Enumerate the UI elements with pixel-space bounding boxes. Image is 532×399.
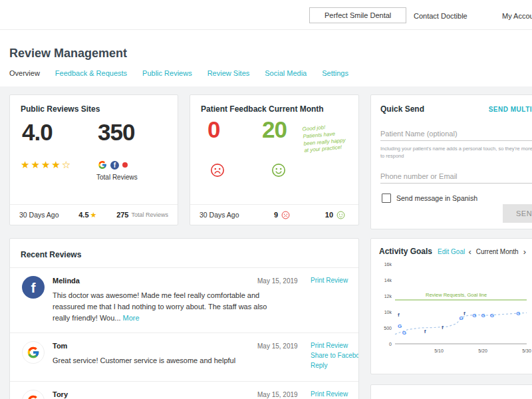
tab-bar: Overview Feedback & Requests Public Revi…: [9, 69, 348, 77]
previous-total-value: 275: [116, 211, 128, 219]
svg-text:0: 0: [389, 342, 392, 346]
tab-public-reviews[interactable]: Public Reviews: [142, 69, 192, 77]
public-reviews-footer: 30 Days Ago 4.5 ★ 275 Total Reviews: [10, 204, 178, 225]
svg-text:10k: 10k: [384, 310, 392, 315]
tab-settings[interactable]: Settings: [322, 69, 348, 77]
my-account-link[interactable]: My Account: [502, 12, 532, 20]
tab-review-sites[interactable]: Review Sites: [207, 69, 250, 77]
patient-name-helper-text: Including your patient's name adds a per…: [380, 146, 532, 160]
svg-text:f: f: [442, 325, 444, 331]
svg-text:G: G: [516, 311, 520, 317]
star-outline-icon: ☆: [62, 159, 72, 170]
chevron-right-icon[interactable]: ›: [523, 247, 526, 256]
previous-negative-count: 9: [274, 211, 278, 219]
previous-total-label: Total Reviews: [131, 211, 168, 218]
period-label: 30 Days Ago: [200, 211, 239, 219]
google-icon: [22, 341, 45, 364]
print-review-link[interactable]: Print Review: [311, 342, 359, 349]
total-reviews-value: 350: [98, 119, 134, 146]
svg-text:5/30: 5/30: [522, 348, 531, 353]
svg-text:G: G: [402, 330, 406, 336]
svg-text:500: 500: [384, 326, 392, 331]
spanish-checkbox[interactable]: [382, 194, 391, 203]
period-label: 30 Days Ago: [19, 211, 59, 219]
svg-text:16k: 16k: [384, 262, 392, 267]
tab-feedback-requests[interactable]: Feedback & Requests: [55, 69, 127, 77]
google-icon: [22, 390, 45, 399]
recent-reviews-title: Recent Reviews: [21, 250, 81, 259]
svg-text:G: G: [490, 313, 494, 319]
activity-goals-title: Activity Goals: [379, 247, 432, 256]
sad-face-icon: [281, 211, 290, 219]
svg-text:G: G: [398, 323, 402, 329]
sad-face-icon: [210, 163, 225, 178]
svg-text:f: f: [398, 312, 400, 318]
positive-feedback-count: 20: [262, 116, 287, 143]
top-bar: Perfect Smile Dental Contact Doctible My…: [0, 0, 532, 30]
public-reviews-title: Public Reviews Sites: [21, 104, 100, 114]
patient-feedback-card: Patient Feedback Current Month 0 20 Good…: [190, 94, 359, 225]
phone-or-email-input[interactable]: [380, 170, 532, 184]
star-rating: ★★★★☆: [21, 159, 72, 171]
star-icon: ★: [31, 159, 41, 170]
tab-overview[interactable]: Overview: [9, 69, 40, 77]
contact-doctible-link[interactable]: Contact Doctible: [414, 12, 467, 20]
review-text: This doctor was awesome! Made me feel re…: [53, 290, 282, 324]
print-review-link[interactable]: Print Review: [311, 390, 348, 398]
share-to-facebook-link[interactable]: Share to Facebook: [311, 352, 359, 359]
review-text-body: This doctor was awesome! Made me feel re…: [53, 291, 267, 322]
facebook-icon: f: [110, 161, 119, 170]
reply-link[interactable]: Reply: [311, 362, 359, 369]
google-icon: [98, 160, 107, 170]
public-reviews-card: Public Reviews Sites 4.0 ★★★★☆ 350 f Tot…: [9, 94, 178, 225]
star-icon: ★: [51, 159, 61, 170]
send-multiple-link[interactable]: SEND MULTIPLE: [489, 106, 532, 113]
svg-text:5/20: 5/20: [478, 348, 487, 353]
edit-goal-link[interactable]: Edit Goal: [438, 248, 465, 255]
previous-rating-value: 4.5: [78, 211, 88, 219]
chevron-left-icon[interactable]: ‹: [468, 247, 471, 256]
svg-text:14k: 14k: [384, 278, 392, 283]
review-management-page: Perfect Smile Dental Contact Doctible My…: [0, 0, 532, 399]
previous-positive-count: 10: [325, 211, 333, 219]
quick-send-title: Quick Send: [380, 104, 424, 114]
svg-text:G: G: [472, 313, 476, 319]
facebook-icon: f: [22, 276, 45, 299]
review-text: Great service! Customer service is aweso…: [53, 355, 282, 366]
practice-selector[interactable]: Perfect Smile Dental: [309, 7, 406, 23]
review-row: Tom May 15, 2019 Print Review Share to F…: [10, 333, 358, 382]
more-link[interactable]: More: [123, 314, 140, 322]
review-date: May 15, 2019: [257, 342, 298, 350]
star-icon: ★: [21, 159, 31, 170]
print-review-link[interactable]: Print Review: [311, 277, 348, 284]
red-review-site-icon: [122, 162, 128, 168]
svg-text:5/10: 5/10: [434, 348, 444, 353]
smiley-face-icon: [271, 163, 286, 178]
goal-period-label: Current Month: [476, 248, 519, 255]
feedback-note: Good job! Patients have been really happ…: [302, 122, 347, 155]
smiley-face-icon: [336, 211, 345, 219]
reviewer-name: Tom: [53, 342, 348, 350]
send-button[interactable]: SEND: [503, 204, 532, 223]
reviewer-name: Tory: [53, 390, 348, 398]
review-row: f Melinda May 15, 2019 Print Review This…: [10, 268, 358, 333]
reviewer-name: Melinda: [53, 277, 348, 285]
svg-text:f: f: [464, 311, 466, 317]
svg-text:G: G: [481, 313, 485, 319]
patient-name-input[interactable]: [380, 127, 532, 141]
page-title: Review Management: [9, 47, 127, 61]
partial-bottom-card: [370, 384, 532, 399]
patient-feedback-footer: 30 Days Ago 9 10: [190, 204, 358, 225]
star-icon: ★: [41, 159, 51, 170]
quick-send-card: Quick Send SEND MULTIPLE Including your …: [370, 94, 532, 229]
svg-text:f: f: [424, 329, 426, 334]
review-site-icons: f: [98, 160, 128, 170]
activity-goals-chart: 16k14k12k10k50005/105/205/30Review Reque…: [375, 257, 531, 362]
review-row: Tory May 15, 2019 Print Review Reply Doc…: [10, 382, 358, 399]
svg-text:12k: 12k: [384, 294, 392, 299]
activity-goals-card: Activity Goals Edit Goal ‹ Current Month…: [370, 238, 532, 374]
patient-feedback-title: Patient Feedback Current Month: [201, 104, 324, 114]
spanish-checkbox-label: Send message in Spanish: [396, 194, 477, 202]
svg-text:G: G: [460, 315, 464, 321]
tab-social-media[interactable]: Social Media: [265, 69, 307, 77]
